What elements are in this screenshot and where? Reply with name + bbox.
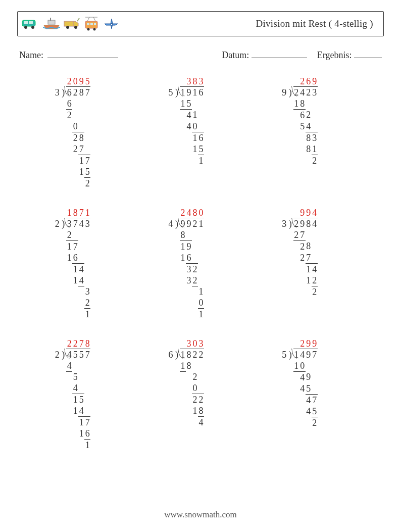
- meta-row: Name: Datum: Ergebnis:: [19, 47, 382, 61]
- division-problem: 3835)191615414016151: [168, 76, 233, 189]
- division-problem: 24804)9921819163232101: [168, 207, 233, 320]
- problem-row: 22782)45574541514171613036)1822182022184…: [0, 338, 401, 451]
- icon-row: [22, 16, 120, 31]
- footer-url: www.snowmath.com: [0, 510, 401, 520]
- bus-icon: [22, 17, 40, 30]
- name-label: Name:: [19, 50, 43, 61]
- division-problem: 18712)3743217161414321: [54, 207, 120, 320]
- division-problem: 20953)6287620282717152: [54, 76, 120, 189]
- svg-rect-5: [48, 20, 55, 24]
- svg-rect-7: [64, 21, 73, 26]
- svg-rect-11: [87, 23, 89, 25]
- truck-icon: [63, 17, 80, 30]
- header: Division mit Rest ( 4-stellig ): [17, 11, 384, 36]
- plane-icon: [103, 16, 120, 31]
- boat-icon: [43, 17, 60, 30]
- name-blank: [47, 47, 118, 58]
- division-problem: 2995)149710494547452: [281, 338, 347, 451]
- svg-point-8: [66, 26, 69, 29]
- svg-point-14: [87, 28, 90, 31]
- svg-rect-1: [24, 21, 28, 24]
- svg-rect-12: [90, 23, 93, 25]
- svg-rect-13: [94, 23, 96, 25]
- date-blank: [252, 47, 307, 58]
- division-problem: 3036)1822182022184: [168, 338, 233, 451]
- tram-icon: [83, 16, 99, 31]
- problem-grid: 20953)62876202827171523835)1916154140161…: [0, 76, 401, 451]
- problem-row: 18712)374321716141432124804)992181916323…: [0, 207, 401, 320]
- svg-point-15: [93, 28, 96, 31]
- division-problem: 9943)298427282714122: [281, 207, 347, 320]
- svg-point-3: [24, 26, 27, 29]
- division-problem: 22782)4557454151417161: [54, 338, 120, 451]
- svg-point-4: [31, 26, 34, 29]
- svg-point-9: [74, 26, 77, 29]
- division-problem: 2699)242318625483812: [281, 76, 347, 189]
- result-label: Ergebnis:: [317, 50, 352, 60]
- svg-rect-6: [50, 18, 51, 21]
- worksheet-title: Division mit Rest ( 4-stellig ): [256, 18, 373, 29]
- svg-rect-2: [29, 21, 33, 24]
- date-label: Datum:: [222, 50, 249, 60]
- result-blank: [354, 47, 382, 58]
- problem-row: 20953)62876202827171523835)1916154140161…: [0, 76, 401, 189]
